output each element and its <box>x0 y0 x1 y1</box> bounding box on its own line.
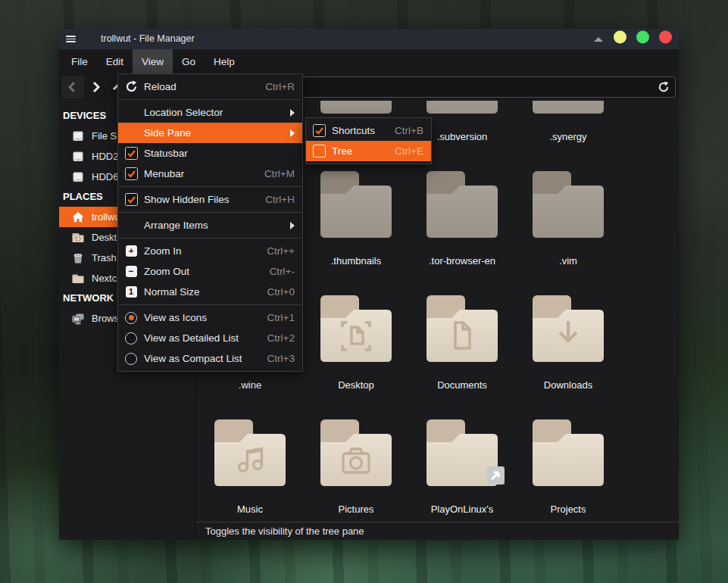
menu-item-view-as-detailed-list[interactable]: View as Detailed List Ctrl+2 <box>118 328 302 348</box>
menu-accelerator: Ctrl+R <box>255 81 295 92</box>
folder-icon <box>320 292 392 365</box>
menubar-item-edit[interactable]: Edit <box>97 49 133 73</box>
menu-accelerator: Ctrl+2 <box>257 332 295 344</box>
menu-accelerator: Ctrl+0 <box>257 286 295 298</box>
menu-item-normal-size[interactable]: 1 Normal Size Ctrl+0 <box>118 282 302 302</box>
radio-icon <box>125 353 137 365</box>
file-item-documents[interactable]: Documents <box>409 292 515 416</box>
menu-item-reload[interactable]: Reload Ctrl+R <box>118 76 302 97</box>
menu-item-label: Statusbar <box>144 148 188 159</box>
file-item-music[interactable]: Music <box>197 416 303 522</box>
folder-icon <box>320 416 392 489</box>
submenu-arrow-icon <box>290 129 295 137</box>
sidebar-item-label: Nextc <box>92 273 117 284</box>
menu-item-view-as-compact-list[interactable]: View as Compact List Ctrl+3 <box>118 348 302 369</box>
menu-item-view-as-icons[interactable]: View as Icons Ctrl+1 <box>118 307 302 328</box>
menu-item-statusbar[interactable]: Statusbar <box>118 143 302 164</box>
zoom-in-icon: + <box>124 245 138 258</box>
file-item-thumbnails[interactable]: .thumbnails <box>303 168 409 292</box>
menu-item-label: Show Hidden Files <box>144 194 230 205</box>
sidebar-item-label: HDD6 <box>92 171 118 182</box>
menu-item-label: Shortcuts <box>332 125 375 136</box>
file-item-vim[interactable]: .vim <box>515 168 621 292</box>
minimize-button[interactable] <box>614 31 626 44</box>
desktop-wallpaper: trollwut - File Manager FileEditViewGoHe… <box>0 0 728 583</box>
folder-icon <box>532 101 605 117</box>
network-icon <box>71 312 85 326</box>
folder-icon <box>426 416 498 489</box>
refresh-icon[interactable] <box>658 81 670 93</box>
menu-separator <box>119 186 302 187</box>
reload-icon <box>124 80 138 94</box>
menu-item-menubar[interactable]: Menubar Ctrl+M <box>118 164 302 184</box>
window-menu-icon[interactable] <box>66 36 76 42</box>
menu-item-label: Reload <box>144 81 177 92</box>
menu-item-zoom-out[interactable]: − Zoom Out Ctrl+- <box>118 261 302 282</box>
menu-accelerator: Ctrl+B <box>384 125 423 136</box>
file-item-synergy[interactable]: .synergy <box>515 101 621 168</box>
side-pane-submenu-popup: Shortcuts Ctrl+B Tree Ctrl+E <box>305 117 432 164</box>
file-label: .vim <box>559 255 577 267</box>
menubar-item-go[interactable]: Go <box>173 49 205 73</box>
checked-checkbox-icon <box>313 124 326 137</box>
file-label: Downloads <box>544 379 592 391</box>
file-item-pictures[interactable]: Pictures <box>303 416 409 522</box>
statusbar-text: Toggles the visibility of the tree pane <box>205 525 364 537</box>
menu-separator <box>119 304 302 305</box>
folder-icon <box>320 168 392 241</box>
menubar-item-help[interactable]: Help <box>205 49 244 73</box>
trash-icon <box>71 251 85 265</box>
checked-checkbox-icon <box>125 167 138 180</box>
selected-radio-icon <box>125 312 137 324</box>
menu-item-label: Normal Size <box>144 286 200 298</box>
menu-item-label: Zoom In <box>144 245 182 257</box>
zoom-out-icon: − <box>124 265 138 279</box>
file-label: Projects <box>551 504 586 515</box>
titlebar[interactable]: trollwut - File Manager <box>59 29 679 49</box>
submenu-arrow-icon <box>290 109 295 117</box>
folder-icon <box>426 101 498 117</box>
menu-item-shortcuts[interactable]: Shortcuts Ctrl+B <box>306 120 431 141</box>
file-item-desktop[interactable]: Desktop <box>303 292 409 416</box>
menu-accelerator: Ctrl+H <box>255 194 295 205</box>
file-item-projects[interactable]: Projects <box>515 416 621 522</box>
close-button[interactable] <box>659 31 672 44</box>
menu-item-location-selector[interactable]: Location Selector <box>118 102 302 123</box>
menu-item-label: Tree <box>332 145 352 157</box>
folder-icon <box>426 168 498 241</box>
maximize-button[interactable] <box>636 31 649 44</box>
menu-item-side-pane[interactable]: Side Pane <box>118 123 302 143</box>
file-item-playonlinux-s[interactable]: PlayOnLinux's <box>409 416 515 522</box>
normal-size-icon: 1 <box>124 285 138 299</box>
menubar-item-view[interactable]: View <box>133 49 173 73</box>
menu-item-arrange-items[interactable]: Arrange Items <box>118 215 302 235</box>
menu-item-show-hidden-files[interactable]: Show Hidden Files Ctrl+H <box>118 189 302 210</box>
menu-item-zoom-in[interactable]: + Zoom In Ctrl++ <box>118 241 302 261</box>
menu-accelerator: Ctrl+E <box>384 145 423 157</box>
forward-button[interactable] <box>84 76 107 98</box>
file-label: .tor-browser-en <box>429 255 495 267</box>
file-label: .wine <box>239 379 261 391</box>
menu-item-tree[interactable]: Tree Ctrl+E <box>306 141 431 161</box>
unchecked-checkbox-icon <box>313 145 326 157</box>
submenu-arrow-icon <box>290 222 295 229</box>
menubar-item-file[interactable]: File <box>62 49 97 73</box>
chevron-right-icon <box>88 80 103 95</box>
view-menu-popup: Reload Ctrl+R Location Selector Side Pan… <box>117 73 303 372</box>
menu-accelerator: Ctrl+1 <box>257 312 295 323</box>
folder-icon <box>532 292 605 365</box>
desktop-icon <box>71 231 85 245</box>
file-item-downloads[interactable]: Downloads <box>515 292 621 416</box>
back-button[interactable] <box>61 76 84 98</box>
sidebar-item-label: File S <box>92 130 117 142</box>
menu-item-label: View as Compact List <box>144 353 242 364</box>
menu-item-label: Menubar <box>144 168 184 179</box>
menu-item-label: Arrange Items <box>144 220 208 231</box>
file-item-tor-browser-en[interactable]: .tor-browser-en <box>409 168 515 292</box>
menu-item-label: Side Pane <box>144 127 191 139</box>
window-title: trollwut - File Manager <box>101 29 195 49</box>
file-label: Documents <box>437 379 487 391</box>
shade-icon[interactable] <box>594 37 603 42</box>
menu-separator <box>119 212 302 213</box>
file-label: PlayOnLinux's <box>431 504 494 515</box>
